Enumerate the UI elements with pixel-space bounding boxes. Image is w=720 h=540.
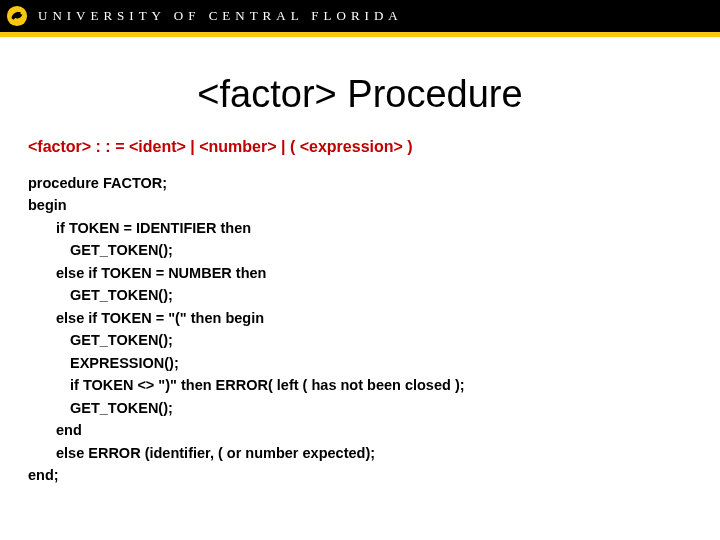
code-line: GET_TOKEN(); bbox=[28, 284, 692, 306]
code-line: else if TOKEN = NUMBER then bbox=[28, 262, 692, 284]
code-line: end bbox=[28, 419, 692, 441]
code-line: GET_TOKEN(); bbox=[28, 329, 692, 351]
code-line: else ERROR (identifier, ( or number expe… bbox=[28, 442, 692, 464]
code-line: GET_TOKEN(); bbox=[28, 397, 692, 419]
university-name: UNIVERSITY OF CENTRAL FLORIDA bbox=[38, 8, 403, 24]
code-line: GET_TOKEN(); bbox=[28, 239, 692, 261]
pegasus-logo-icon bbox=[6, 5, 28, 27]
pseudocode-block: procedure FACTOR; begin if TOKEN = IDENT… bbox=[28, 172, 692, 487]
code-line: if TOKEN <> ")" then ERROR( left ( has n… bbox=[28, 374, 692, 396]
code-line: else if TOKEN = "(" then begin bbox=[28, 307, 692, 329]
grammar-rule: <factor> : : = <ident> | <number> | ( <e… bbox=[28, 138, 692, 156]
code-line: procedure FACTOR; bbox=[28, 172, 692, 194]
code-line: if TOKEN = IDENTIFIER then bbox=[28, 217, 692, 239]
code-line: end; bbox=[28, 464, 692, 486]
gold-divider bbox=[0, 32, 720, 37]
header-bar: UNIVERSITY OF CENTRAL FLORIDA bbox=[0, 0, 720, 32]
slide-content: <factor> Procedure <factor> : : = <ident… bbox=[0, 73, 720, 487]
slide-title: <factor> Procedure bbox=[28, 73, 692, 116]
code-line: begin bbox=[28, 194, 692, 216]
code-line: EXPRESSION(); bbox=[28, 352, 692, 374]
